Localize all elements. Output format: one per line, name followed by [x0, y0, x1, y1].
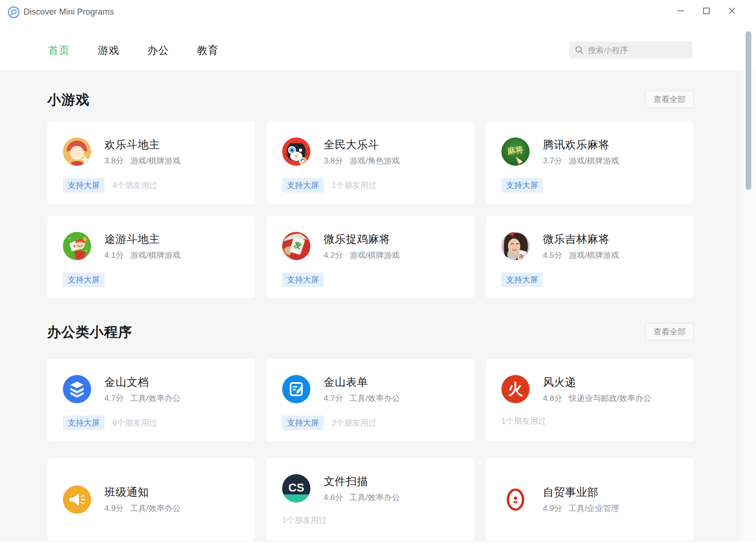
big-screen-badge: 支持大屏 [63, 178, 104, 193]
app-rating: 4.2分 [324, 250, 343, 261]
tuyou-doudizhu-icon [63, 232, 91, 260]
card-quanmin-daledou[interactable]: 全民大乐斗 3.8分 游戏/角色游戏 支持大屏 1个朋友用过 [266, 121, 474, 204]
app-category: 游戏/棋牌游戏 [130, 250, 181, 261]
close-icon[interactable] [725, 4, 739, 18]
app-category: 工具/企业管理 [569, 503, 619, 514]
card-weile-zhuoji-mahjong[interactable]: 发 微乐捉鸡麻将 4.2分 游戏/棋牌游戏 支持大屏 [266, 216, 474, 298]
app-title: 微乐吉林麻将 [543, 232, 619, 246]
app-title: 班级通知 [104, 485, 180, 499]
svg-text:火: 火 [508, 381, 524, 398]
scrollbar-thumb[interactable] [746, 31, 751, 190]
card-fenghuodi[interactable]: 火 风火递 4.8分 快递业与邮政/效率办公 1个朋友用过 [486, 359, 694, 442]
card-weile-jilin-mahjong[interactable]: 吉 微乐吉林麻将 4.5分 游戏/棋牌游戏 支持大屏 [486, 216, 694, 298]
app-rating: 3.8分 [324, 155, 343, 166]
weile-jilin-mahjong-icon: 吉 [501, 232, 530, 260]
weile-zhuoji-mahjong-icon: 发 [282, 232, 310, 260]
kingsoft-docs-icon [63, 375, 91, 403]
svg-text:CS: CS [288, 481, 304, 494]
app-category: 工具/效率办公 [350, 393, 400, 404]
app-rating: 3.7分 [543, 155, 562, 166]
app-category: 工具/效率办公 [130, 503, 181, 514]
big-screen-badge: 支持大屏 [282, 272, 324, 287]
tab-office[interactable]: 办公 [147, 43, 169, 58]
app-category: 游戏/棋牌游戏 [350, 250, 400, 261]
app-rating: 4.7分 [104, 393, 124, 404]
camscanner-icon: CS [282, 474, 310, 502]
friends-used-label: 4个朋友用过 [112, 180, 157, 191]
card-huanle-doudizhu[interactable]: 欢乐斗地主 3.8分 游戏/棋牌游戏 支持大屏 4个朋友用过 [47, 121, 255, 204]
window-bottom-edge [0, 542, 756, 544]
big-screen-badge: 支持大屏 [282, 416, 324, 430]
maximize-icon[interactable] [699, 4, 713, 18]
friends-used-label: 2个朋友用过 [332, 417, 376, 428]
search-input[interactable]: 搜索小程序 [569, 42, 692, 59]
big-screen-badge: 支持大屏 [282, 178, 324, 193]
app-category: 游戏/棋牌游戏 [569, 155, 619, 166]
card-class-notice[interactable]: 班级通知 4.9分 工具/效率办公 [47, 458, 255, 541]
friends-used-label: 1个朋友用过 [501, 416, 546, 426]
app-title: 风火递 [543, 375, 651, 389]
app-title: 腾讯欢乐麻将 [543, 138, 619, 151]
card-zimao-division[interactable]: 自贸事业部 4.9分 工具/企业管理 [486, 458, 694, 541]
app-rating: 4.1分 [104, 250, 124, 261]
app-rating: 4.5分 [543, 250, 562, 261]
app-category: 工具/效率办公 [350, 492, 400, 503]
view-all-minigames-button[interactable]: 查看全部 [645, 91, 694, 108]
search-placeholder: 搜索小程序 [588, 45, 628, 56]
big-screen-badge: 支持大屏 [501, 178, 543, 193]
friends-used-label: 1个朋友用过 [332, 180, 376, 191]
card-tuyou-doudizhu[interactable]: 途游斗地主 4.1分 游戏/棋牌游戏 支持大屏 [47, 216, 255, 298]
titlebar: Discover Mini Programs [0, 0, 756, 24]
navbar: 首页 游戏 办公 教育 搜索小程序 [0, 24, 756, 70]
app-category: 游戏/棋牌游戏 [130, 155, 181, 166]
app-category: 工具/效率办公 [130, 393, 181, 404]
tab-education[interactable]: 教育 [197, 43, 219, 58]
tab-games[interactable]: 游戏 [98, 43, 120, 58]
minimize-icon[interactable] [674, 4, 688, 18]
fenghuodi-icon: 火 [501, 375, 530, 403]
app-rating: 4.8分 [543, 393, 562, 404]
quanmin-daledou-icon [282, 137, 310, 166]
discover-mini-programs-window: Discover Mini Programs 首页 游戏 办公 教育 [0, 0, 756, 544]
app-title: 全民大乐斗 [324, 138, 400, 151]
app-category: 游戏/角色游戏 [350, 155, 400, 166]
app-title: 途游斗地主 [104, 232, 180, 246]
window-title: Discover Mini Programs [24, 7, 114, 17]
section-title-minigames: 小游戏 [47, 91, 90, 110]
friends-used-label: 1个朋友用过 [282, 515, 326, 526]
app-title: 微乐捉鸡麻将 [324, 232, 400, 246]
app-category: 游戏/棋牌游戏 [569, 250, 619, 261]
class-notice-megaphone-icon [63, 485, 91, 514]
app-rating: 4.9分 [543, 503, 562, 514]
card-kingsoft-docs[interactable]: 金山文档 4.7分 工具/效率办公 支持大屏 6个朋友用过 [47, 359, 255, 442]
zimao-division-icon [501, 485, 530, 514]
app-rating: 4.6分 [324, 492, 343, 503]
app-title: 金山文档 [104, 375, 180, 389]
app-title: 文件扫描 [324, 475, 400, 488]
kingsoft-form-icon [282, 375, 310, 403]
big-screen-badge: 支持大屏 [63, 272, 104, 287]
tab-home[interactable]: 首页 [48, 43, 70, 58]
app-title: 自贸事业部 [543, 485, 619, 499]
app-category: 快递业与邮政/效率办公 [569, 393, 652, 404]
big-screen-badge: 支持大屏 [63, 416, 104, 430]
section-title-office: 办公类小程序 [47, 323, 132, 342]
tencent-mahjong-icon: 麻将 [501, 137, 530, 166]
app-title: 金山表单 [324, 375, 400, 389]
app-rating: 4.7分 [324, 393, 343, 404]
card-camscanner[interactable]: CS 文件扫描 4.6分 工具/效率办公 1个朋友用过 [266, 458, 474, 541]
magnifier-icon [575, 46, 584, 54]
card-kingsoft-form[interactable]: 金山表单 4.7分 工具/效率办公 支持大屏 2个朋友用过 [266, 359, 474, 442]
friends-used-label: 6个朋友用过 [112, 417, 157, 428]
app-title: 欢乐斗地主 [104, 138, 180, 151]
app-rating: 4.9分 [104, 503, 124, 514]
big-screen-badge: 支持大屏 [501, 272, 543, 287]
view-all-office-button[interactable]: 查看全部 [645, 323, 694, 340]
nav-tabs: 首页 游戏 办公 教育 [48, 43, 219, 58]
card-tencent-mahjong[interactable]: 麻将 腾讯欢乐麻将 3.7分 游戏/棋牌游戏 支持大屏 [486, 121, 694, 204]
happy-doudizhu-icon [63, 137, 91, 166]
app-rating: 3.8分 [104, 155, 124, 166]
mini-program-search-logo-icon [8, 6, 20, 18]
